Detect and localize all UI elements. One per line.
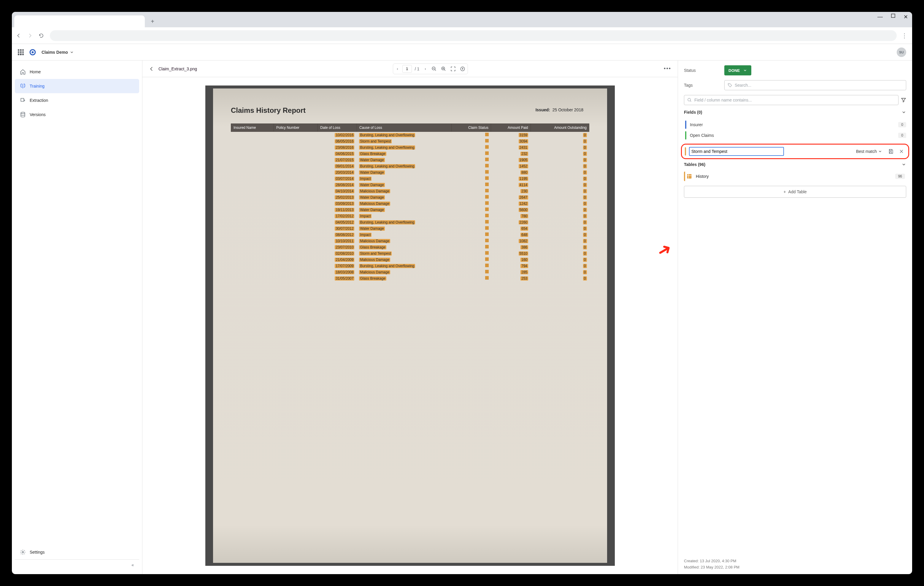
sidebar-item-label: Extraction bbox=[30, 98, 48, 103]
table-row: 19/11/2013Water Damage56000 bbox=[231, 207, 589, 213]
page-controls: ‹ / 1 › bbox=[393, 63, 468, 74]
download-icon[interactable] bbox=[459, 65, 467, 73]
sidebar-item-label: Training bbox=[30, 84, 45, 88]
sidebar-item-home[interactable]: Home bbox=[15, 65, 139, 79]
field-item[interactable]: Open Claims0 bbox=[684, 130, 906, 141]
table-row: 04/10/2014Malicious Damage2300 bbox=[231, 188, 589, 194]
status-label: Status bbox=[684, 68, 719, 73]
field-item[interactable]: Insurer0 bbox=[684, 119, 906, 130]
new-field-editor: Best match bbox=[681, 144, 909, 159]
sidebar-item-label: Settings bbox=[30, 550, 45, 555]
table-row: 25/02/2013Water Damage26470 bbox=[231, 194, 589, 200]
tables-section-header[interactable]: Tables (96) bbox=[684, 162, 906, 167]
more-menu-icon[interactable]: ••• bbox=[664, 66, 671, 72]
sidebar-item-settings[interactable]: Settings bbox=[15, 545, 139, 559]
svg-point-4 bbox=[21, 112, 25, 114]
issued-date: Issued:25 October 2018 bbox=[536, 108, 583, 112]
field-color-swatch bbox=[685, 131, 686, 139]
table-row: 02/08/2010Storm and Tempest55100 bbox=[231, 250, 589, 257]
table-row: 21/04/2009Malicious Damage1600 bbox=[231, 257, 589, 263]
breadcrumb-label: Claims Demo bbox=[41, 50, 68, 55]
svg-rect-3 bbox=[21, 98, 24, 101]
sidebar: Home Training Extraction Versions Settin… bbox=[12, 61, 142, 574]
fields-filter-input[interactable]: Field / column name contains... bbox=[684, 95, 898, 105]
next-page-button[interactable]: › bbox=[422, 65, 428, 72]
page-separator: / 1 bbox=[414, 66, 421, 71]
sidebar-item-versions[interactable]: Versions bbox=[15, 108, 139, 122]
address-bar[interactable] bbox=[50, 30, 897, 41]
window-maximize-icon[interactable] bbox=[891, 14, 895, 20]
table-row: 23/07/2010Glass Breakage3860 bbox=[231, 244, 589, 250]
table-row: 30/07/2012Water Damage6540 bbox=[231, 225, 589, 232]
sidebar-item-training[interactable]: Training bbox=[15, 79, 139, 93]
table-row: 31/05/2007Glass Breakage2530 bbox=[231, 275, 589, 281]
reload-button[interactable] bbox=[39, 33, 46, 38]
match-mode-dropdown[interactable]: Best match bbox=[854, 149, 884, 154]
table-row: 10/10/2011Malicious Damage10820 bbox=[231, 238, 589, 244]
sidebar-item-extraction[interactable]: Extraction bbox=[15, 93, 139, 108]
field-color-swatch bbox=[685, 147, 686, 156]
cancel-field-button[interactable] bbox=[898, 147, 905, 155]
document-viewer: Claim_Extract_3.png ‹ / 1 › ••• Claims H… bbox=[142, 61, 678, 574]
forward-button[interactable] bbox=[27, 33, 35, 38]
breadcrumb[interactable]: Claims Demo bbox=[41, 50, 74, 55]
filter-icon[interactable] bbox=[901, 98, 906, 103]
page-input[interactable] bbox=[403, 65, 412, 73]
svg-rect-11 bbox=[687, 174, 692, 179]
table-row: 04/05/2012Bursting, Leaking and Overflow… bbox=[231, 219, 589, 225]
back-button[interactable] bbox=[16, 33, 23, 38]
extract-icon bbox=[20, 98, 26, 103]
properties-panel: ➜ Status DONE Tags Search... Field / col… bbox=[678, 61, 912, 574]
avatar[interactable]: SU bbox=[897, 48, 906, 57]
svg-point-10 bbox=[688, 98, 690, 101]
chevron-down-icon bbox=[878, 149, 882, 154]
chevron-down-icon bbox=[70, 50, 74, 54]
table-item-history[interactable]: History 96 bbox=[684, 172, 906, 181]
table-row: 03/09/2013Malicious Damage12420 bbox=[231, 200, 589, 207]
field-name: Insurer bbox=[690, 122, 894, 127]
zoom-in-icon[interactable] bbox=[440, 65, 447, 73]
chevron-down-icon bbox=[743, 68, 747, 73]
gear-icon bbox=[20, 549, 26, 555]
app-header: Claims Demo SU bbox=[12, 44, 912, 61]
brain-icon bbox=[20, 83, 26, 89]
table-row: 18/03/2008Malicious Damage2850 bbox=[231, 269, 589, 275]
chevron-down-icon bbox=[901, 110, 906, 114]
sidebar-item-label: Home bbox=[30, 70, 41, 74]
svg-point-2 bbox=[32, 51, 34, 53]
sidebar-collapse-button[interactable]: « bbox=[15, 559, 139, 570]
table-name: History bbox=[696, 174, 892, 179]
window-minimize-icon[interactable]: — bbox=[878, 14, 883, 20]
table-row: 23/08/2016Bursting, Leaking and Overflow… bbox=[231, 144, 589, 151]
browser-menu-icon[interactable]: ⋮ bbox=[901, 32, 908, 39]
table-row: 08/08/2012Impact6480 bbox=[231, 232, 589, 238]
table-count-badge: 96 bbox=[895, 174, 905, 179]
document-page[interactable]: Claims History Report Issued:25 October … bbox=[205, 86, 615, 566]
browser-tabbar: + — ✕ bbox=[12, 12, 912, 27]
field-name: Open Claims bbox=[690, 133, 894, 138]
sidebar-item-label: Versions bbox=[30, 112, 46, 117]
tag-icon bbox=[728, 83, 732, 88]
status-dropdown[interactable]: DONE bbox=[724, 65, 751, 75]
save-field-button[interactable] bbox=[887, 147, 894, 155]
fields-section-header[interactable]: Fields (0) bbox=[684, 110, 906, 114]
add-table-button[interactable]: + Add Table bbox=[684, 186, 906, 198]
metadata: Created: 13 Jul 2020, 4:30 PM Modified: … bbox=[684, 558, 906, 571]
new-tab-button[interactable]: + bbox=[148, 17, 157, 26]
tags-search-input[interactable]: Search... bbox=[724, 80, 906, 90]
apps-grid-icon[interactable] bbox=[18, 49, 24, 55]
browser-tab[interactable] bbox=[14, 15, 145, 27]
zoom-out-icon[interactable] bbox=[430, 65, 438, 73]
tags-label: Tags bbox=[684, 83, 719, 88]
svg-point-9 bbox=[729, 84, 729, 84]
claims-table: Insured NamePolicy NumberDate of LossCau… bbox=[231, 124, 589, 281]
table-row: 28/08/2014Water Damage41140 bbox=[231, 182, 589, 188]
back-icon[interactable] bbox=[149, 66, 154, 71]
table-row: 20/03/2014Water Damage8800 bbox=[231, 169, 589, 175]
window-close-icon[interactable]: ✕ bbox=[904, 14, 908, 20]
document-title: Claim_Extract_3.png bbox=[158, 66, 197, 71]
prev-page-button[interactable]: ‹ bbox=[394, 65, 400, 72]
fullscreen-icon[interactable] bbox=[449, 65, 457, 73]
svg-point-5 bbox=[22, 551, 24, 553]
new-field-name-input[interactable] bbox=[689, 147, 784, 156]
